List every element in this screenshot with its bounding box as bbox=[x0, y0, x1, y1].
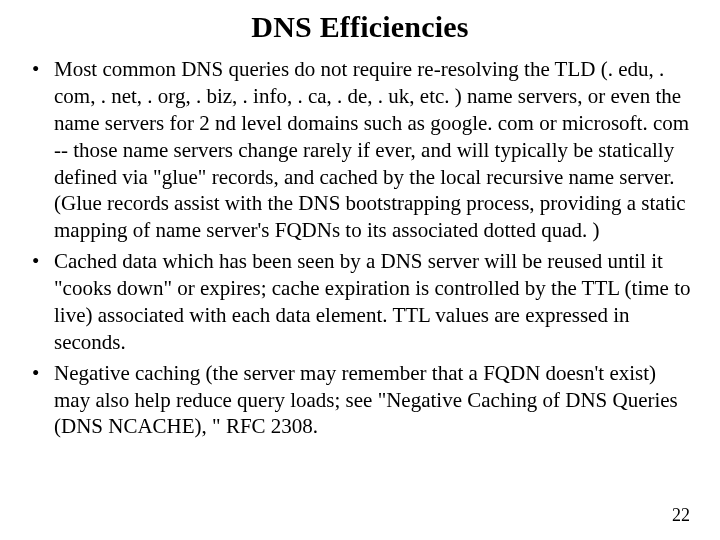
list-item: Most common DNS queries do not require r… bbox=[26, 56, 694, 244]
list-item: Negative caching (the server may remembe… bbox=[26, 360, 694, 441]
slide: DNS Efficiencies Most common DNS queries… bbox=[0, 0, 720, 540]
slide-title: DNS Efficiencies bbox=[26, 10, 694, 44]
bullet-list: Most common DNS queries do not require r… bbox=[26, 56, 694, 440]
page-number: 22 bbox=[672, 505, 690, 526]
list-item: Cached data which has been seen by a DNS… bbox=[26, 248, 694, 356]
